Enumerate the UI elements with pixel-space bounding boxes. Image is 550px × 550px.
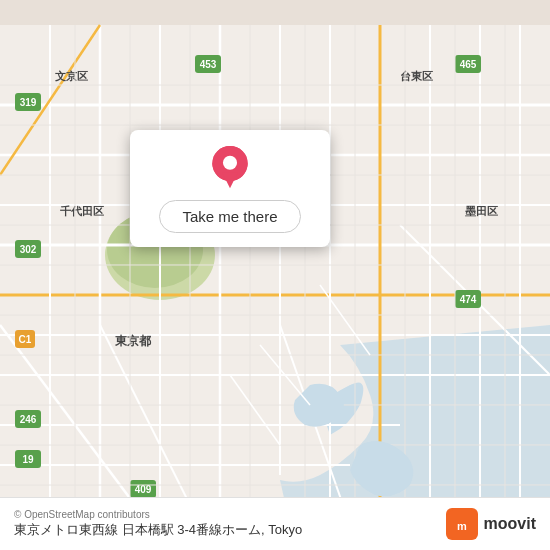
take-me-there-button[interactable]: Take me there	[159, 200, 300, 233]
svg-marker-76	[222, 172, 238, 188]
moovit-logo: m moovit	[446, 508, 536, 540]
moovit-icon: m	[446, 508, 478, 540]
location-name-text: 東京メトロ東西線 日本橋駅 3-4番線ホーム, Tokyo	[14, 521, 302, 539]
svg-text:墨田区: 墨田区	[465, 205, 498, 217]
svg-text:m: m	[457, 520, 467, 532]
location-card: Take me there	[130, 130, 330, 247]
bottom-info: © OpenStreetMap contributors 東京メトロ東西線 日本…	[14, 509, 302, 539]
svg-text:319: 319	[20, 97, 37, 108]
svg-text:453: 453	[200, 59, 217, 70]
moovit-brand-text: moovit	[484, 515, 536, 533]
svg-text:C1: C1	[19, 334, 32, 345]
location-pin-icon	[208, 146, 252, 190]
svg-text:465: 465	[460, 59, 477, 70]
attribution-text: © OpenStreetMap contributors	[14, 509, 302, 520]
svg-text:文京区: 文京区	[55, 70, 88, 82]
svg-text:474: 474	[460, 294, 477, 305]
svg-text:302: 302	[20, 244, 37, 255]
map-background: 文京区 台東区 千代田区 墨田区 東京都 319 453 465 302 474…	[0, 0, 550, 550]
svg-text:千代田区: 千代田区	[60, 205, 104, 217]
svg-text:19: 19	[22, 454, 34, 465]
svg-text:東京都: 東京都	[115, 334, 152, 348]
bottom-bar: © OpenStreetMap contributors 東京メトロ東西線 日本…	[0, 497, 550, 550]
svg-text:409: 409	[135, 484, 152, 495]
map-container: 文京区 台東区 千代田区 墨田区 東京都 319 453 465 302 474…	[0, 0, 550, 550]
svg-point-75	[223, 156, 237, 170]
svg-text:246: 246	[20, 414, 37, 425]
